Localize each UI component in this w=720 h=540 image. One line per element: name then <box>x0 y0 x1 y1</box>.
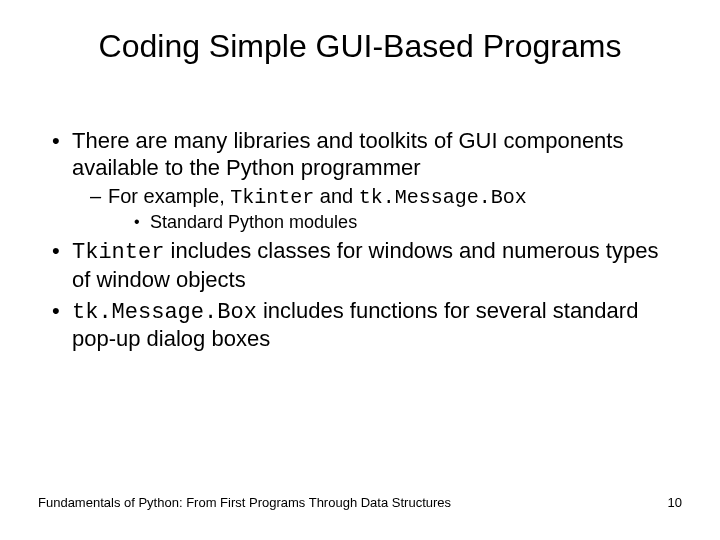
bullet-1-subsub-text: Standard Python modules <box>150 212 357 232</box>
bullet-1-subsub: Standard Python modules <box>134 212 680 234</box>
footer-text: Fundamentals of Python: From First Progr… <box>38 495 451 510</box>
bullet-1-sublist: For example, Tkinter and tk.Message.Box … <box>72 184 680 234</box>
slide-body: There are many libraries and toolkits of… <box>46 128 680 357</box>
code-tkinter: Tkinter <box>230 186 314 209</box>
page-number: 10 <box>668 495 682 510</box>
bullet-3: tk.Message.Box includes functions for se… <box>46 298 680 354</box>
slide: Coding Simple GUI-Based Programs There a… <box>0 0 720 540</box>
code-tkmessagebox: tk.Message.Box <box>359 186 527 209</box>
slide-title: Coding Simple GUI-Based Programs <box>0 28 720 65</box>
code-tkmessagebox-2: tk.Message.Box <box>72 300 257 325</box>
code-tkinter-2: Tkinter <box>72 240 164 265</box>
bullet-1: There are many libraries and toolkits of… <box>46 128 680 234</box>
bullet-1-sub-prefix: For example, <box>108 185 230 207</box>
bullet-1-text: There are many libraries and toolkits of… <box>72 128 623 180</box>
bullet-list: There are many libraries and toolkits of… <box>46 128 680 353</box>
bullet-1-sub: For example, Tkinter and tk.Message.Box … <box>90 184 680 234</box>
bullet-1-sub-mid: and <box>314 185 358 207</box>
bullet-2: Tkinter includes classes for windows and… <box>46 238 680 294</box>
bullet-1-subsublist: Standard Python modules <box>108 212 680 234</box>
